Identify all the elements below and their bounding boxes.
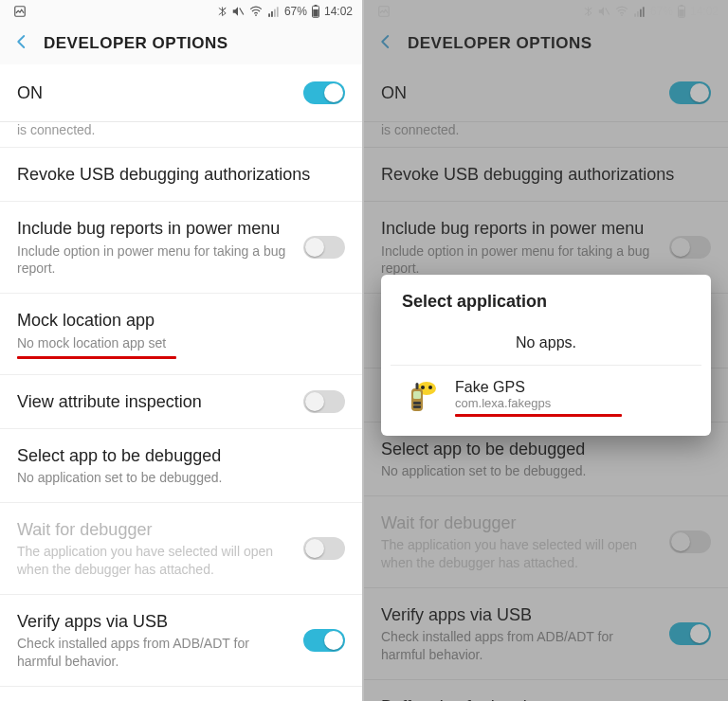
row-bug-reports-power-menu[interactable]: Include bug reports in power menu Includ… xyxy=(0,202,362,294)
page-title: DEVELOPER OPTIONS xyxy=(408,34,592,53)
toggle-verify-usb xyxy=(669,622,711,645)
mute-icon xyxy=(231,5,245,18)
bluetooth-icon xyxy=(583,5,593,18)
row-title: Wait for debugger xyxy=(17,518,292,541)
master-toggle-row[interactable]: ON xyxy=(0,64,362,122)
row-mock-location-app[interactable]: Mock location app No mock location app s… xyxy=(0,294,362,374)
row-title: Select app to be debugged xyxy=(381,438,711,460)
dialog-option-label: No apps. xyxy=(516,334,576,351)
title-bar: DEVELOPER OPTIONS xyxy=(364,23,728,64)
row-revoke-usb-auth[interactable]: Revoke USB debugging authorizations xyxy=(0,148,362,202)
row-subtitle: No mock location app set xyxy=(17,334,301,352)
app-icon-fakegps xyxy=(402,379,440,417)
svg-rect-4 xyxy=(271,11,273,17)
phone-right: 67% 14:02 DEVELOPER OPTIONS ON is connec… xyxy=(364,0,728,701)
back-icon[interactable] xyxy=(377,33,394,54)
svg-rect-24 xyxy=(413,391,421,399)
battery-icon xyxy=(311,5,320,18)
svg-rect-15 xyxy=(640,9,642,17)
clock: 14:02 xyxy=(324,5,353,18)
master-toggle-label: ON xyxy=(381,83,407,103)
svg-rect-10 xyxy=(379,7,390,17)
row-verify-apps-usb[interactable]: Verify apps via USB Check installed apps… xyxy=(0,595,362,687)
dialog-option-none[interactable]: No apps. xyxy=(381,321,711,365)
dialog-option-fakegps[interactable]: Fake GPS com.lexa.fakegps xyxy=(381,366,711,430)
row-title: Verify apps via USB xyxy=(17,610,292,633)
svg-point-21 xyxy=(421,386,425,389)
row-revoke-usb-auth: Revoke USB debugging authorizations xyxy=(364,148,728,202)
row-subtitle: No application set to be debugged. xyxy=(381,462,665,480)
row-subtitle: Check installed apps from ADB/ADT for ha… xyxy=(17,635,292,671)
row-title: Buffer size for logging xyxy=(381,695,711,701)
mute-icon xyxy=(597,5,610,18)
battery-pct: 67% xyxy=(650,5,673,18)
row-subtitle: The application you have selected will o… xyxy=(381,536,658,572)
battery-pct: 67% xyxy=(284,5,307,18)
row-title: Include bug reports in power menu xyxy=(381,217,658,240)
app-name: Fake GPS xyxy=(455,379,622,396)
row-verify-apps-usb: Verify apps via USB Check installed apps… xyxy=(364,588,728,680)
signal-icon xyxy=(633,5,646,18)
annotation-underline xyxy=(17,356,176,359)
row-title: View attribute inspection xyxy=(17,390,292,413)
page-title: DEVELOPER OPTIONS xyxy=(44,34,228,53)
toggle-wait-debugger xyxy=(669,530,711,553)
toggle-verify-usb[interactable] xyxy=(303,629,345,652)
row-subtitle: No application set to be debugged. xyxy=(17,469,301,487)
toggle-bug-reports[interactable] xyxy=(303,236,345,259)
svg-rect-26 xyxy=(413,405,421,408)
svg-rect-18 xyxy=(681,5,683,6)
row-view-attribute-inspection[interactable]: View attribute inspection xyxy=(0,375,362,429)
row-buffer-size[interactable]: Buffer size for logging 256K per log buf… xyxy=(0,687,362,701)
settings-list[interactable]: ON is connected. Revoke USB debugging au… xyxy=(0,64,362,701)
truncated-row-fragment: is connected. xyxy=(0,122,362,148)
signal-icon xyxy=(267,5,281,18)
svg-rect-27 xyxy=(416,383,419,389)
row-wait-for-debugger: Wait for debugger The application you ha… xyxy=(0,503,362,595)
row-title: Mock location app xyxy=(17,309,345,332)
bluetooth-icon xyxy=(217,5,228,18)
wifi-icon xyxy=(248,5,264,18)
svg-rect-8 xyxy=(315,5,318,6)
svg-point-2 xyxy=(255,14,257,16)
battery-icon xyxy=(677,5,686,18)
row-subtitle: Include option in power menu for taking … xyxy=(381,243,658,279)
row-subtitle: Include option in power menu for taking … xyxy=(17,243,292,279)
svg-point-22 xyxy=(428,386,432,389)
status-bar: 67% 14:02 xyxy=(0,0,362,23)
master-toggle-label: ON xyxy=(17,83,43,103)
svg-rect-6 xyxy=(277,7,279,16)
annotation-underline xyxy=(455,414,622,417)
screenshot-icon xyxy=(13,5,27,18)
svg-rect-19 xyxy=(679,9,683,17)
master-toggle[interactable] xyxy=(303,81,345,104)
back-icon[interactable] xyxy=(13,33,30,54)
toggle-bug-reports xyxy=(669,236,711,259)
row-wait-for-debugger: Wait for debugger The application you ha… xyxy=(364,496,728,588)
svg-line-1 xyxy=(240,9,244,15)
select-application-dialog: Select application No apps. Fake GPS xyxy=(381,275,711,436)
screen: 67% 14:02 DEVELOPER OPTIONS ON is connec… xyxy=(0,0,362,701)
phone-left: 67% 14:02 DEVELOPER OPTIONS ON is connec… xyxy=(0,0,364,701)
svg-rect-25 xyxy=(413,402,421,404)
master-toggle xyxy=(669,81,711,104)
row-title: Include bug reports in power menu xyxy=(17,217,292,240)
truncated-row-fragment: is connected. xyxy=(364,122,728,148)
master-toggle-row: ON xyxy=(364,64,728,122)
row-title: Verify apps via USB xyxy=(381,603,658,626)
row-select-app-debugged[interactable]: Select app to be debugged No application… xyxy=(0,429,362,503)
row-title: Revoke USB debugging authorizations xyxy=(381,163,711,186)
row-title: Select app to be debugged xyxy=(17,444,345,467)
svg-rect-3 xyxy=(268,13,270,16)
screenshot-icon xyxy=(377,5,391,18)
status-bar: 67% 14:02 xyxy=(364,0,728,23)
row-title: Wait for debugger xyxy=(381,512,658,534)
clock: 14:02 xyxy=(690,5,719,18)
toggle-wait-debugger xyxy=(303,537,345,560)
wifi-icon xyxy=(614,5,629,18)
svg-rect-0 xyxy=(15,7,26,17)
toggle-attr-inspection[interactable] xyxy=(303,390,345,413)
svg-rect-13 xyxy=(634,13,636,16)
row-buffer-size: Buffer size for logging 256K per log buf… xyxy=(364,680,728,701)
svg-rect-14 xyxy=(637,11,639,17)
